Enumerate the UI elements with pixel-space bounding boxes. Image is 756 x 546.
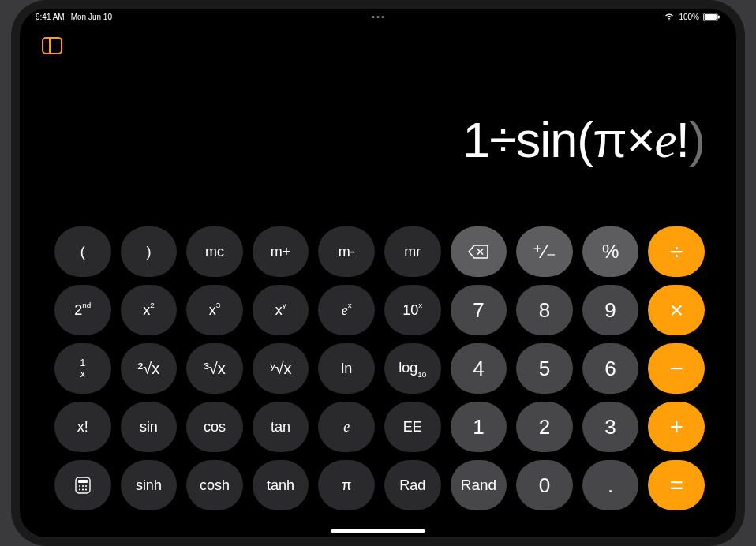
home-indicator[interactable] (331, 529, 425, 533)
mminus-button[interactable]: m- (318, 226, 375, 277)
sin-button[interactable]: sin (121, 402, 178, 452)
delete-icon (468, 244, 488, 260)
digit-8-button[interactable]: 8 (516, 285, 573, 335)
mode-toggle-button[interactable] (42, 37, 62, 54)
svg-point-12 (79, 488, 80, 490)
svg-point-9 (79, 485, 80, 487)
lparen-button[interactable]: ( (54, 226, 111, 277)
tanh-button[interactable]: tanh (253, 460, 309, 510)
tan-button[interactable]: tan (253, 402, 309, 452)
delete-button[interactable] (451, 226, 507, 277)
percent-button[interactable]: % (582, 226, 639, 277)
rand-button[interactable]: Rand (451, 460, 507, 510)
digit-1-button[interactable]: 1 (451, 402, 507, 452)
svg-point-13 (82, 488, 84, 490)
divide-button[interactable]: ÷ (648, 226, 705, 277)
digit-4-button[interactable]: 4 (451, 343, 507, 394)
cosh-button[interactable]: cosh (186, 460, 243, 510)
calculator-display: 1÷sin(π×e!) (462, 111, 705, 170)
multitask-dots[interactable] (372, 16, 384, 18)
svg-rect-3 (43, 38, 62, 54)
ipad-screen: 9:41 AM Mon Jun 10 100% (20, 9, 736, 537)
xcubed-button[interactable]: x3 (186, 285, 243, 335)
cos-button[interactable]: cos (186, 402, 243, 452)
svg-point-10 (82, 485, 84, 487)
expr-close-paren: ) (689, 112, 705, 167)
battery-percent: 100% (679, 13, 699, 21)
second-button[interactable]: 2nd (54, 285, 111, 335)
pi-button[interactable]: π (318, 460, 375, 510)
status-time: 9:41 AM (36, 13, 65, 21)
plus-button[interactable]: + (648, 402, 705, 452)
svg-point-11 (85, 485, 87, 487)
rparen-button[interactable]: ) (121, 226, 178, 277)
keypad: ( ) mc m+ m- mr ⁺∕₋ % ÷ 2nd x2 x3 xy ex … (54, 226, 705, 510)
wifi-icon (664, 13, 675, 21)
digit-9-button[interactable]: 9 (582, 285, 639, 335)
factorial-button[interactable]: x! (54, 402, 111, 452)
digit-2-button[interactable]: 2 (516, 402, 573, 452)
svg-rect-1 (705, 14, 717, 20)
decimal-button[interactable]: . (582, 460, 639, 510)
xpowy-button[interactable]: xy (253, 285, 309, 335)
digit-7-button[interactable]: 7 (451, 285, 507, 335)
sinh-button[interactable]: sinh (121, 460, 178, 510)
yroot-button[interactable]: ʸ√x (253, 343, 309, 394)
expr-e: e (655, 113, 676, 168)
tenpowx-button[interactable]: 10x (384, 285, 441, 335)
multiply-button[interactable]: × (648, 285, 705, 335)
cbrt-button[interactable]: ³√x (186, 343, 243, 394)
e-button[interactable]: e (318, 402, 375, 452)
epowx-button[interactable]: ex (318, 285, 375, 335)
digit-3-button[interactable]: 3 (582, 402, 639, 452)
log10-button[interactable]: log10 (384, 343, 441, 394)
digit-5-button[interactable]: 5 (516, 343, 573, 394)
digit-6-button[interactable]: 6 (582, 343, 639, 394)
svg-rect-8 (78, 480, 88, 483)
xsquared-button[interactable]: x2 (121, 285, 178, 335)
sqrt-button[interactable]: ²√x (121, 343, 178, 394)
mc-button[interactable]: mc (186, 226, 243, 277)
digit-0-button[interactable]: 0 (516, 460, 573, 510)
equals-button[interactable]: = (648, 460, 705, 510)
minus-button[interactable]: − (648, 343, 705, 394)
status-date: Mon Jun 10 (71, 13, 112, 21)
status-bar: 9:41 AM Mon Jun 10 100% (20, 9, 736, 24)
expr-bang: ! (676, 112, 690, 167)
ln-button[interactable]: ln (318, 343, 375, 394)
basic-mode-button[interactable] (54, 460, 111, 510)
plusminus-button[interactable]: ⁺∕₋ (516, 226, 573, 277)
expr-part: 1÷sin(π× (462, 112, 654, 167)
calculator-icon (74, 477, 92, 494)
svg-rect-2 (718, 15, 720, 18)
rad-button[interactable]: Rad (384, 460, 441, 510)
mr-button[interactable]: mr (384, 226, 441, 277)
svg-point-14 (85, 488, 87, 490)
mplus-button[interactable]: m+ (253, 226, 309, 277)
battery-icon (703, 13, 720, 21)
reciprocal-button[interactable]: 1x (54, 343, 111, 394)
ee-button[interactable]: EE (384, 402, 441, 452)
